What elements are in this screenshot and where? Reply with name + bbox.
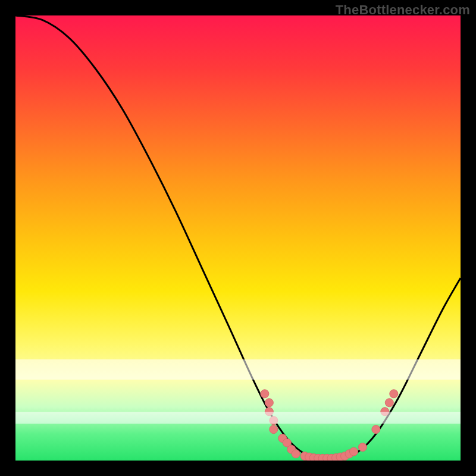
chart-plot-area xyxy=(15,15,461,461)
chart-svg xyxy=(15,15,461,461)
data-point xyxy=(372,425,380,434)
data-point xyxy=(265,399,273,407)
watermark-text: TheBottlenecker.com xyxy=(336,2,470,18)
data-point xyxy=(349,447,358,456)
data-point xyxy=(270,425,278,434)
data-point xyxy=(261,390,269,398)
data-point xyxy=(358,443,367,452)
data-point xyxy=(390,390,398,398)
highlight-band-upper xyxy=(15,359,461,380)
data-point xyxy=(292,450,300,458)
data-point xyxy=(385,399,393,407)
highlight-band-lower xyxy=(15,412,461,424)
